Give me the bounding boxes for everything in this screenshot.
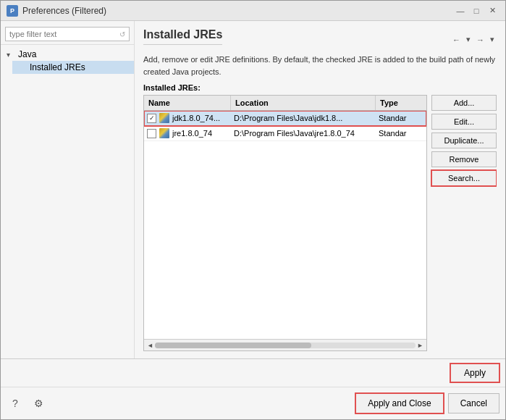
row1-location: D:\Program Files\Java\jdk1.8... [234,114,342,122]
bottom-left-icons: ? ⚙ [7,395,351,412]
scroll-right-arrow[interactable]: ► [416,342,425,349]
row2-name: jre1.8.0_74 [172,129,212,138]
right-panel: Installed JREs ← ▾ → ▾ Add, remove or ed… [135,21,505,358]
sidebar: ↺ Java Installed JREs [1,21,135,358]
settings-button[interactable]: ⚙ [30,395,47,412]
table-row[interactable]: jdk1.8.0_74... D:\Program Files\Java\jdk… [144,111,426,126]
row1-name: jdk1.8.0_74... [172,114,220,122]
sidebar-item-installed-jres[interactable]: Installed JREs [12,61,134,74]
sidebar-item-installed-jres-label: Installed JREs [30,62,85,72]
row2-name-cell: jre1.8.0_74 [144,126,231,140]
side-buttons: Add... Edit... Duplicate... Remove Searc… [431,95,497,351]
minimize-button[interactable]: ― [453,4,468,18]
help-button[interactable]: ? [7,395,24,412]
cancel-button[interactable]: Cancel [448,393,499,413]
scrollbar-track[interactable] [155,343,416,348]
table-and-buttons: Name Location Type jdk1.8.0_74... [143,95,497,351]
maximize-button[interactable]: □ [469,4,484,18]
row2-type: Standar [379,129,407,138]
action-buttons: Apply and Close Cancel [355,393,499,413]
row1-checkbox[interactable] [147,114,156,123]
duplicate-button[interactable]: Duplicate... [431,133,497,148]
fwd-icon[interactable]: → [474,35,486,45]
sidebar-subtree: Installed JREs [1,61,134,74]
add-button[interactable]: Add... [431,95,497,111]
jre-icon [159,113,169,123]
help-icon: ? [12,398,18,409]
apply-button[interactable]: Apply [450,364,499,382]
filter-clear-icon[interactable]: ↺ [119,30,125,38]
remove-button[interactable]: Remove [431,151,497,167]
window-title: Preferences (Filtered) [22,6,106,16]
jre-icon [159,128,169,138]
settings-icon: ⚙ [34,398,43,409]
col-location: Location [231,96,376,110]
scrollbar-thumb[interactable] [155,343,311,348]
row2-location: D:\Program Files\Java\jre1.8.0_74 [234,129,355,138]
panel-subtitle: Installed JREs: [143,83,497,92]
col-type: Type [376,96,427,110]
java-expand-arrow[interactable] [7,51,15,59]
filter-input-wrapper[interactable]: ↺ [5,27,130,41]
row1-name-cell: jdk1.8.0_74... [144,111,231,125]
close-button[interactable]: ✕ [485,4,499,18]
svg-text:P: P [10,7,14,14]
jre-table: Name Location Type jdk1.8.0_74... [143,95,427,351]
panel-title: Installed JREs [143,28,222,45]
sidebar-item-java-label: Java [18,49,36,59]
sidebar-item-java[interactable]: Java [1,48,134,61]
row1-type-cell: Standar [376,112,426,125]
table-header: Name Location Type [144,96,426,111]
titlebar: P Preferences (Filtered) ― □ ✕ [1,1,505,21]
apply-and-close-button[interactable]: Apply and Close [355,393,443,413]
back-icon[interactable]: ← [450,35,463,45]
preferences-window: P Preferences (Filtered) ― □ ✕ ↺ Java [0,0,506,420]
row1-location-cell: D:\Program Files\Java\jdk1.8... [231,112,376,125]
toolbar-icons: ← ▾ → ▾ [450,34,497,45]
window-controls: ― □ ✕ [453,4,499,18]
titlebar-left: P Preferences (Filtered) [7,5,106,17]
table-body: jdk1.8.0_74... D:\Program Files\Java\jdk… [144,111,426,339]
app-icon: P [7,5,18,17]
apply-row: Apply [1,359,505,387]
row2-location-cell: D:\Program Files\Java\jre1.8.0_74 [231,127,376,140]
main-content: ↺ Java Installed JREs Installed JREs ← [1,21,505,358]
fwd-dropdown[interactable]: ▾ [488,34,497,45]
table-row[interactable]: jre1.8.0_74 D:\Program Files\Java\jre1.8… [144,126,426,141]
bottom-bar: Apply ? ⚙ Apply and Close Cancel [1,358,505,419]
panel-header-toolbar: Installed JREs ← ▾ → ▾ [143,28,497,51]
scroll-left-arrow[interactable]: ◄ [146,342,155,349]
row1-type: Standar [379,114,407,122]
row2-type-cell: Standar [376,127,426,140]
dropdown-arrow[interactable]: ▾ [464,34,473,45]
bottom-buttons-row: ? ⚙ Apply and Close Cancel [1,387,505,419]
search-button[interactable]: Search... [431,170,497,186]
panel-description: Add, remove or edit JRE definitions. By … [143,54,497,77]
filter-input-container: ↺ [1,24,134,45]
row2-checkbox[interactable] [147,129,156,138]
col-name: Name [144,96,231,110]
edit-button[interactable]: Edit... [431,114,497,130]
filter-input[interactable] [9,30,114,38]
horizontal-scrollbar[interactable]: ◄ ► [144,339,426,350]
